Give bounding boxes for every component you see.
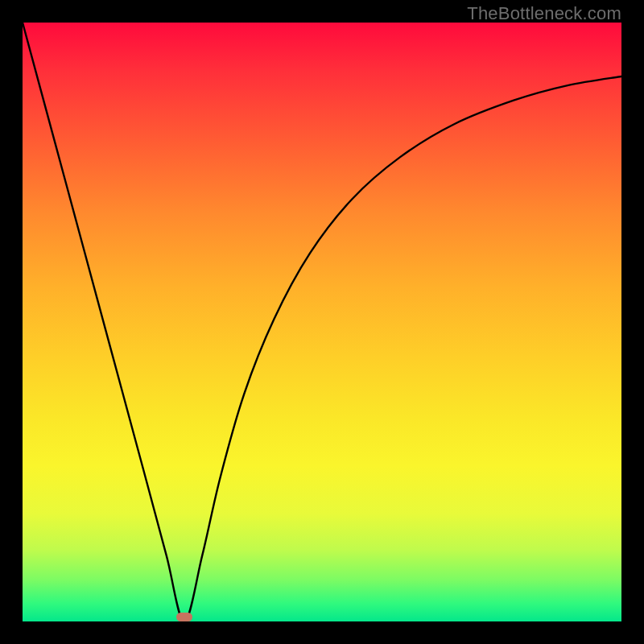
optimal-marker [176,613,192,621]
plot-area [23,23,621,621]
watermark-text: TheBottleneck.com [467,3,621,24]
bottleneck-curve [23,23,621,621]
chart-frame: TheBottleneck.com [0,0,644,644]
